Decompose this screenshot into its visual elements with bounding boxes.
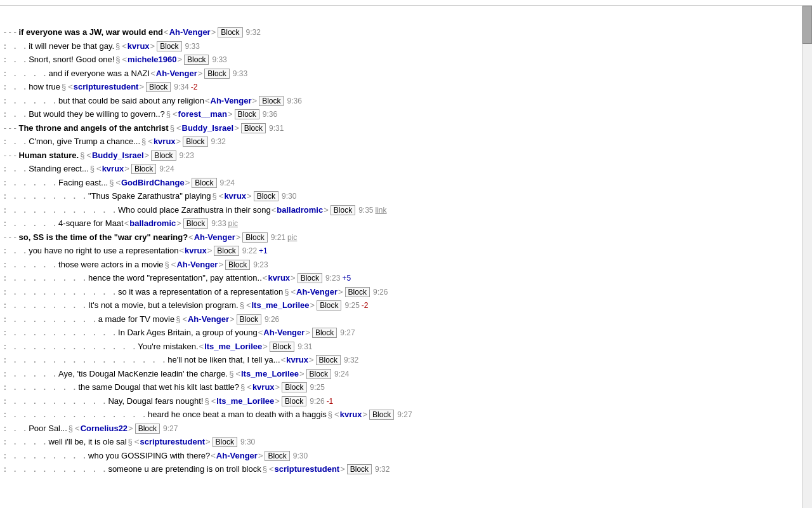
block-button[interactable]: Block	[146, 82, 171, 92]
username-link[interactable]: Buddy_Israel	[182, 122, 234, 135]
block-button[interactable]: Block	[312, 328, 337, 338]
username-link[interactable]: forest__man	[178, 108, 227, 121]
username-link[interactable]: scripturestudent	[74, 81, 139, 93]
block-button[interactable]: Block	[369, 410, 394, 420]
username-link[interactable]: Ah-Venger	[169, 26, 211, 39]
block-button[interactable]: Block	[183, 218, 208, 229]
block-button[interactable]: Block	[316, 355, 341, 365]
block-button[interactable]: Block	[298, 273, 322, 283]
extra-link[interactable]: pic	[228, 218, 238, 229]
block-button[interactable]: Block	[254, 191, 278, 201]
message-text: so it was a representation of a represen…	[118, 286, 283, 298]
username-link[interactable]: Its_me_Lorilee	[204, 340, 262, 353]
indent: : . . . . . . . . .	[3, 313, 97, 326]
indent: : . . . . . . . . . . .	[3, 326, 117, 339]
username-link[interactable]: kvrux	[286, 354, 308, 366]
extra-link[interactable]: link	[376, 204, 387, 216]
block-button[interactable]: Block	[235, 109, 259, 119]
message-text: Who could place Zarathustra in their son…	[118, 204, 271, 217]
username-link[interactable]: Ah-Venger	[188, 313, 229, 326]
scrollbar-thumb[interactable]	[802, 6, 812, 44]
block-button[interactable]: Block	[183, 137, 207, 147]
username-link[interactable]: kvrux	[268, 272, 290, 284]
lt-sign: <	[291, 286, 296, 298]
block-button[interactable]: Block	[241, 123, 266, 133]
block-button[interactable]: Block	[265, 451, 289, 461]
username-link[interactable]: Ah-Venger	[263, 326, 304, 339]
username-link[interactable]: Ah-Venger	[296, 286, 337, 298]
message-text: Facing east...	[58, 177, 108, 189]
username-link[interactable]: kvrux	[224, 190, 246, 203]
section-sign: §	[213, 190, 217, 203]
block-button[interactable]: Block	[204, 69, 229, 79]
username-link[interactable]: kvrux	[185, 244, 207, 257]
thread-row: : . . . . . . . . . . . In Dark Ages Bri…	[0, 326, 802, 340]
section-sign: §	[62, 81, 66, 93]
block-button[interactable]: Block	[282, 396, 306, 406]
block-button[interactable]: Block	[135, 424, 160, 434]
username-link[interactable]: Its_me_Lorilee	[216, 395, 274, 408]
username-link[interactable]: Its_me_Lorilee	[252, 299, 310, 312]
username-link[interactable]: kvrux	[102, 163, 124, 175]
block-button[interactable]: Block	[157, 41, 181, 51]
block-button[interactable]: Block	[317, 300, 341, 311]
block-button[interactable]: Block	[306, 369, 331, 379]
username-link[interactable]: Buddy_Israel	[92, 149, 144, 162]
username-link[interactable]: GodBirdChange	[121, 177, 185, 189]
indent: : . . . . . . . .	[3, 450, 87, 462]
message-text: 4-square for Maat	[58, 217, 124, 230]
thread-row: : . . . . . . . . "Thus Spake Zarathustr…	[0, 189, 802, 203]
username-link[interactable]: kvrux	[154, 135, 176, 148]
timestamp: 9:36	[263, 109, 277, 120]
username-link[interactable]: Cornelius22	[81, 422, 128, 435]
extra-link[interactable]: pic	[287, 232, 297, 243]
username-link[interactable]: Ah-Venger	[211, 95, 252, 107]
block-button[interactable]: Block	[331, 205, 355, 215]
block-button[interactable]: Block	[270, 342, 294, 352]
timestamp: 9:25	[310, 382, 325, 393]
timestamp: 9:24	[334, 368, 349, 380]
username-link[interactable]: Ah-Venger	[156, 67, 197, 80]
username-link[interactable]: kvrux	[340, 408, 362, 421]
gt-sign: >	[128, 422, 133, 435]
username-link[interactable]: balladromic	[277, 204, 323, 217]
section-sign: §	[166, 108, 171, 121]
block-button[interactable]: Block	[282, 382, 306, 392]
timestamp: 9:34	[174, 81, 188, 93]
block-button[interactable]: Block	[347, 464, 372, 474]
username-link[interactable]: balladromic	[129, 217, 176, 230]
block-button[interactable]: Block	[242, 232, 267, 243]
username-link[interactable]: scripturestudent	[275, 463, 340, 476]
indent: : . . . . .	[3, 368, 57, 380]
message-text: Snort, snort! Good one!	[29, 53, 114, 66]
message-text: hence the word "representation", pay att…	[88, 272, 262, 284]
block-button[interactable]: Block	[213, 437, 237, 447]
block-button[interactable]: Block	[214, 246, 239, 256]
scrollbar-area[interactable]	[802, 6, 812, 508]
block-button[interactable]: Block	[131, 164, 156, 174]
username-link[interactable]: Ah-Venger	[216, 450, 258, 462]
username-link[interactable]: Its_me_Lorilee	[241, 368, 299, 380]
username-link[interactable]: scripturestudent	[140, 436, 205, 448]
username-link[interactable]: kvrux	[128, 40, 150, 53]
lt-sign: <	[134, 436, 140, 448]
lt-sign: <	[211, 395, 216, 408]
indent: : . . . .	[3, 67, 47, 80]
section-sign: §	[109, 177, 114, 189]
message-text: Poor Sal...	[29, 422, 67, 435]
username-link[interactable]: Ah-Venger	[194, 231, 235, 244]
block-button[interactable]: Block	[184, 55, 209, 65]
block-button[interactable]: Block	[151, 150, 176, 161]
block-button[interactable]: Block	[192, 178, 216, 188]
message-text: how true	[29, 81, 60, 93]
block-button[interactable]: Block	[345, 287, 370, 297]
username-link[interactable]: kvrux	[252, 381, 275, 394]
thread-row: : . . . . . . . . It's not a movie, but …	[0, 298, 802, 312]
username-link[interactable]: Ah-Venger	[176, 258, 218, 271]
block-button[interactable]: Block	[218, 27, 242, 37]
username-link[interactable]: michele1960	[128, 53, 176, 66]
block-button[interactable]: Block	[237, 314, 261, 324]
block-button[interactable]: Block	[225, 260, 250, 270]
block-button[interactable]: Block	[259, 96, 284, 106]
message-text: In Dark Ages Britain, a group of young	[118, 326, 258, 339]
